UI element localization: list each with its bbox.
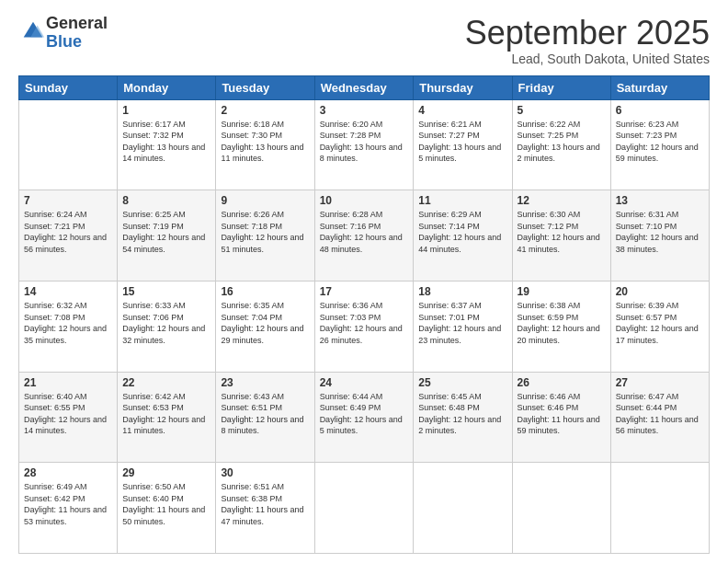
calendar-cell [19, 99, 118, 190]
calendar-cell: 17Sunrise: 6:36 AMSunset: 7:03 PMDayligh… [314, 281, 414, 372]
day-number: 6 [616, 104, 704, 117]
day-info: Sunrise: 6:40 AMSunset: 6:55 PMDaylight:… [24, 391, 112, 437]
day-info: Sunrise: 6:31 AMSunset: 7:10 PMDaylight:… [616, 209, 704, 255]
calendar-cell: 24Sunrise: 6:44 AMSunset: 6:49 PMDayligh… [314, 372, 414, 463]
day-info: Sunrise: 6:23 AMSunset: 7:23 PMDaylight:… [616, 119, 704, 165]
day-info: Sunrise: 6:43 AMSunset: 6:51 PMDaylight:… [221, 391, 309, 437]
day-number: 20 [616, 285, 704, 298]
day-info: Sunrise: 6:49 AMSunset: 6:42 PMDaylight:… [24, 481, 112, 527]
day-info: Sunrise: 6:44 AMSunset: 6:49 PMDaylight:… [320, 391, 409, 437]
day-info: Sunrise: 6:20 AMSunset: 7:28 PMDaylight:… [320, 119, 409, 165]
calendar-cell: 3Sunrise: 6:20 AMSunset: 7:28 PMDaylight… [314, 99, 414, 190]
day-number: 26 [518, 376, 606, 389]
day-header-tuesday: Tuesday [216, 75, 314, 99]
day-info: Sunrise: 6:18 AMSunset: 7:30 PMDaylight:… [221, 119, 309, 165]
day-info: Sunrise: 6:51 AMSunset: 6:38 PMDaylight:… [221, 481, 309, 527]
day-number: 11 [418, 194, 506, 207]
day-number: 12 [518, 194, 606, 207]
calendar-cell [610, 463, 709, 554]
day-info: Sunrise: 6:29 AMSunset: 7:14 PMDaylight:… [418, 209, 506, 255]
day-number: 2 [221, 104, 309, 117]
month-title: September 2025 [465, 15, 710, 52]
calendar-cell: 29Sunrise: 6:50 AMSunset: 6:40 PMDayligh… [118, 463, 216, 554]
day-number: 13 [616, 194, 704, 207]
day-header-monday: Monday [118, 75, 216, 99]
day-number: 22 [122, 376, 210, 389]
day-info: Sunrise: 6:35 AMSunset: 7:04 PMDaylight:… [221, 300, 309, 346]
calendar-cell: 15Sunrise: 6:33 AMSunset: 7:06 PMDayligh… [118, 281, 216, 372]
day-number: 23 [221, 376, 309, 389]
day-number: 18 [418, 285, 506, 298]
calendar-cell: 4Sunrise: 6:21 AMSunset: 7:27 PMDaylight… [414, 99, 512, 190]
week-row-3: 14Sunrise: 6:32 AMSunset: 7:08 PMDayligh… [19, 281, 710, 372]
day-info: Sunrise: 6:17 AMSunset: 7:32 PMDaylight:… [122, 119, 210, 165]
day-number: 14 [24, 285, 112, 298]
header: General Blue September 2025 Lead, South … [18, 15, 710, 66]
day-number: 28 [24, 466, 112, 479]
calendar-cell: 10Sunrise: 6:28 AMSunset: 7:16 PMDayligh… [314, 190, 414, 282]
calendar-cell [414, 463, 512, 554]
day-header-sunday: Sunday [19, 75, 118, 99]
day-info: Sunrise: 6:50 AMSunset: 6:40 PMDaylight:… [122, 481, 210, 527]
day-info: Sunrise: 6:33 AMSunset: 7:06 PMDaylight:… [122, 300, 210, 346]
week-row-5: 28Sunrise: 6:49 AMSunset: 6:42 PMDayligh… [19, 463, 710, 554]
calendar-cell [512, 463, 610, 554]
day-info: Sunrise: 6:47 AMSunset: 6:44 PMDaylight:… [616, 391, 704, 437]
day-info: Sunrise: 6:26 AMSunset: 7:18 PMDaylight:… [221, 209, 309, 255]
day-info: Sunrise: 6:28 AMSunset: 7:16 PMDaylight:… [320, 209, 409, 255]
logo-icon [20, 18, 46, 44]
day-number: 25 [418, 376, 506, 389]
logo-general-text: General [46, 14, 108, 32]
calendar-cell: 28Sunrise: 6:49 AMSunset: 6:42 PMDayligh… [19, 463, 118, 554]
calendar-cell: 27Sunrise: 6:47 AMSunset: 6:44 PMDayligh… [610, 372, 709, 463]
day-number: 3 [320, 104, 409, 117]
calendar-cell: 8Sunrise: 6:25 AMSunset: 7:19 PMDaylight… [118, 190, 216, 282]
day-header-friday: Friday [512, 75, 610, 99]
day-number: 5 [518, 104, 606, 117]
day-info: Sunrise: 6:42 AMSunset: 6:53 PMDaylight:… [122, 391, 210, 437]
day-info: Sunrise: 6:45 AMSunset: 6:48 PMDaylight:… [418, 391, 506, 437]
day-info: Sunrise: 6:21 AMSunset: 7:27 PMDaylight:… [418, 119, 506, 165]
day-number: 29 [122, 466, 210, 479]
logo: General Blue [18, 15, 108, 52]
logo-blue-text: Blue [46, 32, 82, 51]
calendar-cell: 11Sunrise: 6:29 AMSunset: 7:14 PMDayligh… [414, 190, 512, 282]
calendar-cell: 18Sunrise: 6:37 AMSunset: 7:01 PMDayligh… [414, 281, 512, 372]
day-number: 19 [518, 285, 606, 298]
calendar-cell: 20Sunrise: 6:39 AMSunset: 6:57 PMDayligh… [610, 281, 709, 372]
calendar-cell: 6Sunrise: 6:23 AMSunset: 7:23 PMDaylight… [610, 99, 709, 190]
calendar-table: SundayMondayTuesdayWednesdayThursdayFrid… [18, 75, 710, 554]
calendar-cell: 13Sunrise: 6:31 AMSunset: 7:10 PMDayligh… [610, 190, 709, 282]
day-info: Sunrise: 6:46 AMSunset: 6:46 PMDaylight:… [518, 391, 606, 437]
day-number: 4 [418, 104, 506, 117]
calendar-cell: 14Sunrise: 6:32 AMSunset: 7:08 PMDayligh… [19, 281, 118, 372]
calendar-cell: 16Sunrise: 6:35 AMSunset: 7:04 PMDayligh… [216, 281, 314, 372]
calendar-cell: 2Sunrise: 6:18 AMSunset: 7:30 PMDaylight… [216, 99, 314, 190]
calendar-cell: 5Sunrise: 6:22 AMSunset: 7:25 PMDaylight… [512, 99, 610, 190]
day-info: Sunrise: 6:32 AMSunset: 7:08 PMDaylight:… [24, 300, 112, 346]
day-number: 16 [221, 285, 309, 298]
day-number: 1 [122, 104, 210, 117]
day-header-thursday: Thursday [414, 75, 512, 99]
week-row-2: 7Sunrise: 6:24 AMSunset: 7:21 PMDaylight… [19, 190, 710, 282]
calendar-cell: 22Sunrise: 6:42 AMSunset: 6:53 PMDayligh… [118, 372, 216, 463]
calendar-header-row: SundayMondayTuesdayWednesdayThursdayFrid… [19, 75, 710, 99]
day-info: Sunrise: 6:39 AMSunset: 6:57 PMDaylight:… [616, 300, 704, 346]
day-header-wednesday: Wednesday [314, 75, 414, 99]
calendar-cell: 1Sunrise: 6:17 AMSunset: 7:32 PMDaylight… [118, 99, 216, 190]
location: Lead, South Dakota, United States [465, 52, 710, 66]
day-number: 15 [122, 285, 210, 298]
day-number: 9 [221, 194, 309, 207]
day-number: 21 [24, 376, 112, 389]
day-info: Sunrise: 6:36 AMSunset: 7:03 PMDaylight:… [320, 300, 409, 346]
day-number: 8 [122, 194, 210, 207]
calendar-cell: 23Sunrise: 6:43 AMSunset: 6:51 PMDayligh… [216, 372, 314, 463]
day-info: Sunrise: 6:24 AMSunset: 7:21 PMDaylight:… [24, 209, 112, 255]
calendar-cell: 30Sunrise: 6:51 AMSunset: 6:38 PMDayligh… [216, 463, 314, 554]
calendar-cell: 21Sunrise: 6:40 AMSunset: 6:55 PMDayligh… [19, 372, 118, 463]
day-number: 27 [616, 376, 704, 389]
calendar-cell: 25Sunrise: 6:45 AMSunset: 6:48 PMDayligh… [414, 372, 512, 463]
page: General Blue September 2025 Lead, South … [0, 0, 728, 563]
day-header-saturday: Saturday [610, 75, 709, 99]
calendar-cell: 12Sunrise: 6:30 AMSunset: 7:12 PMDayligh… [512, 190, 610, 282]
